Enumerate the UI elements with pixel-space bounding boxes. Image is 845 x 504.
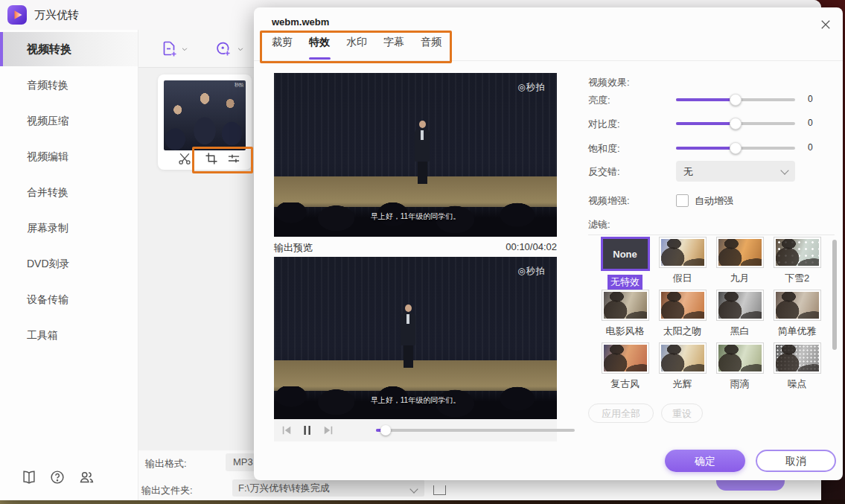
output-format-label: 输出格式: bbox=[145, 458, 187, 469]
tab-subtitle[interactable]: 字幕 bbox=[383, 36, 404, 49]
sidebar-item-video-edit[interactable]: 视频编辑 bbox=[0, 139, 138, 173]
sidebar-item-toolbox[interactable]: 工具箱 bbox=[0, 318, 138, 352]
add-file-icon[interactable] bbox=[160, 39, 178, 57]
dialog-tabbar: 裁剪 特效 水印 字幕 音频 bbox=[254, 30, 843, 60]
add-disc-icon[interactable] bbox=[214, 39, 232, 57]
account-users-icon[interactable] bbox=[78, 469, 95, 485]
add-disc-chevron-down-icon[interactable] bbox=[237, 45, 244, 53]
tab-watermark[interactable]: 水印 bbox=[346, 36, 367, 49]
confirm-button[interactable]: 确定 bbox=[665, 450, 745, 472]
playback-time: 00:10/04:02 bbox=[274, 241, 557, 252]
sidebar: 视频转换 音频转换 视频压缩 视频编辑 合并转换 屏幕录制 DVD刻录 设备传输… bbox=[0, 30, 138, 500]
tab-audio[interactable]: 音频 bbox=[421, 36, 441, 49]
filter-retro[interactable]: 复古风 bbox=[596, 342, 654, 395]
contrast-value: 0 bbox=[808, 118, 813, 128]
seek-slider[interactable] bbox=[376, 429, 575, 432]
filter-glory[interactable]: 光辉 bbox=[654, 342, 711, 395]
trim-scissors-icon[interactable] bbox=[177, 151, 192, 166]
filter-holiday[interactable]: 假日 bbox=[654, 237, 711, 290]
original-preview: ◎秒拍 早上好，11年级的同学们。 bbox=[274, 73, 557, 237]
open-folder-icon[interactable] bbox=[433, 485, 446, 495]
saturation-slider-thumb[interactable] bbox=[730, 142, 742, 154]
effects-dialog: webm.webm 裁剪 特效 水印 字幕 音频 ◎秒拍 早上好，11年级的同学… bbox=[254, 7, 843, 480]
player-controls bbox=[274, 419, 557, 441]
output-folder-label: 输出文件夹: bbox=[141, 485, 193, 496]
contrast-slider[interactable] bbox=[676, 122, 795, 125]
filter-snow2[interactable]: 下雪2 bbox=[768, 237, 826, 290]
cancel-button[interactable]: 取消 bbox=[756, 450, 836, 472]
video-effects-label: 视频效果: bbox=[588, 76, 630, 89]
help-icon[interactable] bbox=[49, 469, 66, 485]
sidebar-item-device-transfer[interactable]: 设备传输 bbox=[0, 282, 138, 316]
sidebar-item-dvd-burn[interactable]: DVD刻录 bbox=[0, 246, 138, 281]
subtitle-text-2: 早上好，11年级的同学们。 bbox=[274, 395, 557, 406]
saturation-label: 饱和度: bbox=[588, 142, 620, 156]
deinterlace-label: 反交错: bbox=[588, 165, 620, 179]
effects-adjust-icon[interactable] bbox=[226, 151, 241, 166]
brightness-value: 0 bbox=[808, 94, 813, 104]
sidebar-item-merge-convert[interactable]: 合并转换 bbox=[0, 175, 138, 209]
convert-button-partial[interactable] bbox=[716, 480, 785, 491]
saturation-value: 0 bbox=[808, 142, 813, 153]
brightness-slider[interactable] bbox=[676, 98, 795, 101]
contrast-label: 对比度: bbox=[588, 118, 620, 131]
filter-sun-kiss[interactable]: 太阳之吻 bbox=[654, 290, 711, 342]
watermark-logo: ◎秒拍 bbox=[517, 81, 545, 94]
select-chevron-down-icon bbox=[780, 166, 788, 174]
folder-chevron-down-icon[interactable] bbox=[409, 485, 418, 493]
auto-enhance-checkbox[interactable] bbox=[676, 194, 689, 207]
speaker-figure bbox=[412, 121, 432, 191]
enhance-label: 视频增强: bbox=[588, 194, 630, 208]
sidebar-item-video-convert[interactable]: 视频转换 bbox=[0, 32, 138, 66]
filter-black-white[interactable]: 黑白 bbox=[711, 290, 768, 342]
output-folder-value[interactable]: F:\万兴优转\转换完成 bbox=[232, 479, 424, 497]
saturation-slider[interactable] bbox=[676, 147, 795, 150]
auto-enhance-option-label: 自动增强 bbox=[695, 194, 733, 208]
subtitle-text: 早上好，11年级的同学们。 bbox=[274, 211, 557, 222]
output-preview: ◎秒拍 早上好，11年级的同学们。 bbox=[274, 257, 557, 421]
sidebar-footer bbox=[0, 468, 138, 493]
preview-scene: ◎秒拍 早上好，11年级的同学们。 bbox=[274, 73, 557, 237]
watermark-logo-2: ◎秒拍 bbox=[517, 265, 545, 278]
filters-divider bbox=[588, 235, 835, 235]
app-logo-icon bbox=[7, 5, 27, 25]
crop-icon[interactable] bbox=[204, 151, 219, 166]
deinterlace-select[interactable]: 无 bbox=[676, 161, 795, 182]
filter-raindrop[interactable]: 雨滴 bbox=[711, 342, 768, 395]
active-tab-underline bbox=[309, 57, 331, 60]
apply-all-button[interactable]: 应用全部 bbox=[588, 403, 654, 423]
filter-scrollbar[interactable] bbox=[832, 240, 837, 350]
dialog-title: webm.webm bbox=[272, 16, 329, 28]
video-file-card[interactable]: 秒拍 bbox=[158, 74, 252, 170]
filter-grid: None 无特效 假日 九月 下雪2 电影风格 太阳之吻 黑白 简 bbox=[596, 237, 833, 395]
filter-none[interactable]: None 无特效 bbox=[596, 237, 654, 290]
app-title: 万兴优转 bbox=[34, 8, 79, 22]
tab-crop[interactable]: 裁剪 bbox=[272, 36, 293, 49]
preview-scene-2: ◎秒拍 早上好，11年级的同学们。 bbox=[274, 257, 557, 421]
filter-simple-elegant[interactable]: 简单优雅 bbox=[768, 290, 826, 342]
reset-button[interactable]: 重设 bbox=[661, 403, 703, 423]
video-file-thumbnail: 秒拍 bbox=[164, 80, 246, 150]
speaker-figure-2 bbox=[398, 304, 418, 375]
contrast-slider-thumb[interactable] bbox=[730, 118, 742, 130]
watermark-mini: 秒拍 bbox=[235, 82, 243, 89]
filter-noise[interactable]: 噪点 bbox=[768, 342, 826, 395]
add-file-chevron-down-icon[interactable] bbox=[181, 45, 188, 53]
dialog-divider bbox=[254, 60, 843, 61]
next-frame-icon[interactable] bbox=[322, 424, 335, 437]
guide-book-icon[interactable] bbox=[21, 469, 37, 485]
brightness-label: 亮度: bbox=[588, 94, 610, 107]
filter-september[interactable]: 九月 bbox=[711, 237, 768, 290]
seek-thumb[interactable] bbox=[380, 425, 391, 436]
filter-cinema[interactable]: 电影风格 bbox=[596, 290, 654, 342]
pause-icon[interactable] bbox=[301, 424, 314, 437]
brightness-slider-thumb[interactable] bbox=[730, 94, 742, 106]
sidebar-item-screen-record[interactable]: 屏幕录制 bbox=[0, 211, 138, 245]
deinterlace-value: 无 bbox=[683, 165, 693, 179]
tab-effects[interactable]: 特效 bbox=[309, 36, 330, 49]
filter-section-label: 滤镜: bbox=[588, 218, 610, 232]
sidebar-item-video-compress[interactable]: 视频压缩 bbox=[0, 103, 138, 138]
sidebar-item-audio-convert[interactable]: 音频转换 bbox=[0, 68, 138, 102]
previous-frame-icon[interactable] bbox=[280, 424, 293, 437]
